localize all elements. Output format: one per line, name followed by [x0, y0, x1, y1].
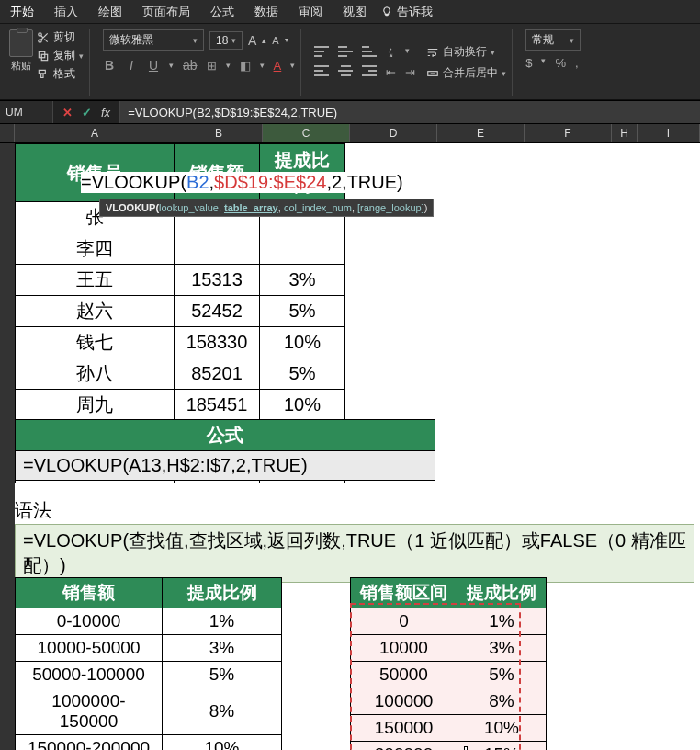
alignment-group: ⤹▾ ⇤ ⇥ 自动换行▾ 合并后居中▾: [309, 29, 513, 96]
cell[interactable]: 52452: [175, 296, 260, 327]
worksheet[interactable]: A B C D E F H I 销售员 销售额 提成比例 张 李四 王五1531…: [0, 124, 700, 750]
cell[interactable]: 10%: [163, 735, 282, 751]
merge-center-button[interactable]: 合并后居中▾: [426, 65, 506, 81]
cell[interactable]: 0-10000: [16, 608, 163, 635]
column-header[interactable]: A: [15, 124, 175, 142]
cell[interactable]: 100000: [351, 688, 457, 715]
tab-review[interactable]: 审阅: [288, 0, 333, 24]
align-right-button[interactable]: [362, 65, 377, 76]
column-header[interactable]: F: [525, 124, 612, 142]
cell[interactable]: 15313: [175, 265, 260, 296]
cell[interactable]: 3%: [457, 635, 547, 662]
align-bottom-button[interactable]: [362, 46, 377, 57]
tab-data[interactable]: 数据: [244, 0, 288, 24]
align-top-button[interactable]: [314, 46, 329, 57]
cell[interactable]: [175, 233, 260, 265]
cell[interactable]: 孙八: [16, 358, 175, 390]
percent-button[interactable]: %: [555, 56, 566, 70]
tab-formulas[interactable]: 公式: [200, 0, 244, 24]
cell[interactable]: 钱七: [16, 327, 175, 358]
font-color-button[interactable]: A: [274, 59, 282, 73]
column-header[interactable]: D: [350, 124, 437, 142]
decrease-indent-button[interactable]: ⇤: [386, 65, 396, 79]
cell[interactable]: 10000-50000: [16, 635, 163, 662]
strike-button[interactable]: ab: [183, 58, 198, 73]
font-size-select[interactable]: 18▾: [209, 31, 243, 50]
paste-button[interactable]: 粘贴: [9, 29, 33, 73]
cell[interactable]: 10%: [260, 390, 345, 421]
column-header[interactable]: H: [612, 124, 638, 142]
cell[interactable]: 8%: [457, 688, 547, 715]
italic-button[interactable]: I: [125, 58, 138, 73]
cell[interactable]: 50000-100000: [16, 662, 163, 688]
format-painter-button[interactable]: 格式: [37, 66, 84, 82]
cell[interactable]: 5%: [260, 358, 345, 390]
cell[interactable]: 5%: [163, 662, 282, 688]
column-header[interactable]: E: [437, 124, 525, 142]
cell[interactable]: 10%: [457, 715, 547, 742]
formula-box-body[interactable]: =VLOOKUP(A13,H$2:I$7,2,TRUE): [15, 451, 435, 481]
column-header[interactable]: B: [175, 124, 263, 142]
column-header[interactable]: I: [638, 124, 700, 142]
fx-icon[interactable]: fx: [101, 106, 110, 119]
cell[interactable]: 10000: [351, 635, 457, 662]
cell[interactable]: 李四: [16, 233, 175, 265]
cell[interactable]: 150000: [351, 715, 457, 742]
align-left-button[interactable]: [314, 65, 329, 76]
border-button[interactable]: ⊞: [207, 59, 217, 73]
cell[interactable]: 158330: [175, 327, 260, 358]
number-format-select[interactable]: 常规▾: [525, 29, 581, 51]
cell[interactable]: 10%: [260, 327, 345, 358]
cut-button[interactable]: 剪切: [37, 29, 84, 45]
cell[interactable]: 150000-200000: [16, 735, 163, 751]
cell[interactable]: 0: [351, 608, 457, 635]
cell-editor[interactable]: =VLOOKUP(B2,$D$19:$E$24,2,TRUE): [81, 172, 403, 193]
cells-area[interactable]: 销售员 销售额 提成比例 张 李四 王五153133% 赵六524525% 钱七…: [0, 143, 700, 750]
cancel-edit-button[interactable]: ✕: [62, 106, 73, 119]
align-middle-button[interactable]: [338, 46, 353, 57]
lookup-table-text: 销售额提成比例 0-100001% 10000-500003% 50000-10…: [15, 577, 282, 750]
bold-button[interactable]: B: [103, 58, 116, 73]
comma-button[interactable]: ,: [575, 56, 579, 70]
cell[interactable]: 5%: [457, 662, 547, 688]
currency-button[interactable]: $: [525, 56, 532, 70]
decrease-font-icon[interactable]: A: [272, 35, 278, 46]
cell[interactable]: 15%: [457, 742, 547, 751]
cell[interactable]: [260, 233, 345, 265]
increase-font-icon[interactable]: A: [248, 33, 256, 48]
cell[interactable]: 赵六: [16, 296, 175, 327]
cell[interactable]: 1000000-150000: [16, 688, 163, 735]
tab-insert[interactable]: 插入: [44, 0, 88, 24]
cell[interactable]: 3%: [260, 265, 345, 296]
cell[interactable]: 185451: [175, 390, 260, 421]
column-header[interactable]: C: [263, 124, 350, 142]
cell[interactable]: 85201: [175, 358, 260, 390]
tell-me[interactable]: 告诉我: [380, 4, 433, 20]
tab-draw[interactable]: 绘图: [88, 0, 132, 24]
cell[interactable]: 50000: [351, 662, 457, 688]
cell[interactable]: 1%: [163, 608, 282, 635]
cell[interactable]: 周九: [16, 390, 175, 421]
cell[interactable]: 8%: [163, 688, 282, 735]
copy-button[interactable]: 复制 ▾: [37, 48, 84, 63]
increase-indent-button[interactable]: ⇥: [405, 65, 415, 79]
orientation-button[interactable]: ⤹: [386, 46, 396, 60]
tab-pagelayout[interactable]: 页面布局: [132, 0, 200, 24]
cell[interactable]: 200000: [351, 742, 457, 751]
tab-view[interactable]: 视图: [333, 0, 377, 24]
cell[interactable]: 3%: [163, 635, 282, 662]
tab-home[interactable]: 开始: [0, 0, 44, 24]
select-all-corner[interactable]: [0, 124, 15, 142]
chevron-down-icon[interactable]: ▾: [169, 61, 174, 70]
fill-color-button[interactable]: ◧: [240, 59, 251, 73]
cell[interactable]: 1%: [457, 608, 547, 635]
name-box[interactable]: UM: [0, 101, 53, 123]
wrap-text-button[interactable]: 自动换行▾: [426, 44, 506, 60]
formula-input[interactable]: =VLOOKUP(B2,$D$19:$E$24,2,TRUE): [120, 101, 700, 123]
cell[interactable]: 5%: [260, 296, 345, 327]
underline-button[interactable]: U: [147, 58, 160, 73]
cell[interactable]: 王五: [16, 265, 175, 296]
font-name-select[interactable]: 微软雅黑▾: [103, 29, 204, 51]
confirm-edit-button[interactable]: ✓: [82, 106, 92, 119]
align-center-button[interactable]: [338, 65, 353, 76]
